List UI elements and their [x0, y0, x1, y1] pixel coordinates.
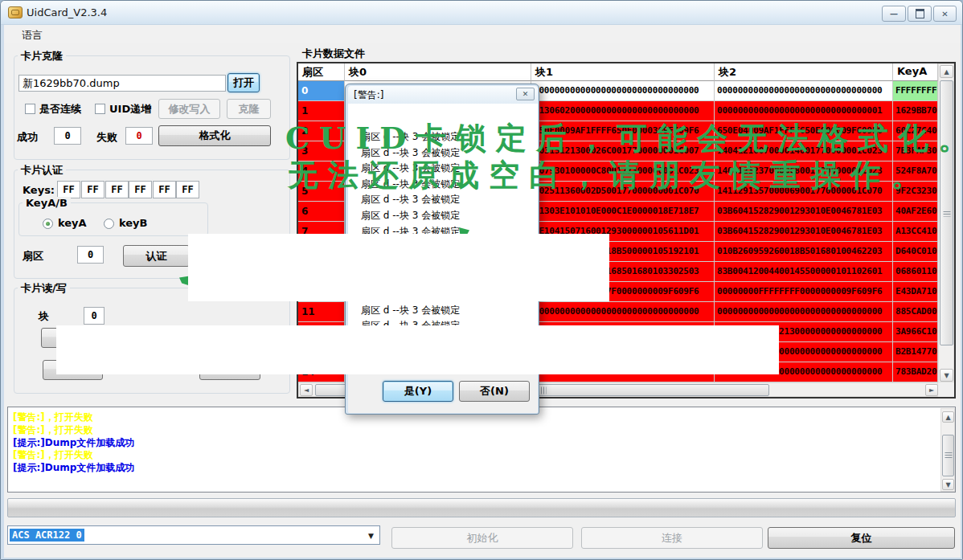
authenticate-button[interactable]: 认证 [123, 245, 190, 267]
log-list: [警告:]，打开失败[警告:]，打开失败[提示:]Dump文件加载成功[警告:]… [8, 407, 955, 475]
clone-button[interactable]: 克隆 [227, 99, 271, 119]
column-header-block1[interactable]: 块1 [531, 63, 715, 81]
uid-increment-checkbox-label: UID递增 [109, 102, 151, 116]
cell-keya[interactable]: 885CAD00 [893, 302, 938, 322]
scroll-left-icon[interactable]: ◄ [300, 384, 313, 396]
scroll-up-icon[interactable]: ▲ [942, 411, 954, 423]
app-chip-icon [8, 6, 23, 18]
continuous-checkbox-label: 是否连续 [39, 102, 81, 116]
close-icon: ✕ [522, 90, 529, 98]
log-vscrollbar[interactable]: ▲ ▼ [940, 408, 955, 492]
cell-sector[interactable]: 6 [298, 202, 345, 222]
cell-block1[interactable]: 00000000000000000000000000000000 [531, 302, 715, 322]
restore-icon [916, 9, 924, 18]
format-button[interactable]: 格式化 [158, 125, 271, 146]
cell-keya[interactable]: 3A966C10 [893, 322, 938, 342]
cell-keya[interactable]: 40AF2E60 [893, 202, 938, 222]
connect-button[interactable]: 连接 [581, 527, 763, 549]
cell-keya[interactable]: A13CC410 [893, 222, 938, 242]
cell-sector[interactable]: 11 [298, 302, 345, 322]
progress-bar [7, 498, 956, 517]
group-card-clone-title: 卡片克隆 [18, 49, 66, 63]
keyb-radio[interactable] [104, 219, 114, 229]
cell-block2[interactable]: 03B604152829001293010E0046781E03 [715, 202, 893, 222]
group-card-rw-title: 卡片读/写 [18, 281, 70, 296]
yes-button[interactable]: 是(Y) [383, 381, 453, 402]
scroll-down-icon[interactable]: ▼ [942, 479, 954, 490]
cell-keya[interactable]: E43DA710 [893, 282, 938, 302]
scroll-up-icon[interactable]: ▲ [940, 65, 953, 78]
dialog-title: [警告:] [348, 86, 538, 104]
cell-block1[interactable]: 00000000000000000000000000000000 [531, 81, 715, 101]
keyb-radio-label: keyB [119, 217, 148, 229]
overlay-warning-line1: CUID卡锁定后，可能会无法格式化。 [285, 118, 963, 159]
keya-radio[interactable] [43, 219, 53, 229]
success-count-field[interactable]: 0 [54, 127, 81, 145]
redaction-overlay-1 [188, 234, 609, 301]
overlay-warning-line2: 无法还原成空白，请朋友慎重操作。 [288, 155, 931, 196]
restore-button[interactable] [908, 6, 932, 22]
key-byte-field[interactable]: FF [129, 181, 152, 198]
minimize-button[interactable]: — [882, 6, 906, 22]
log-vscroll-thumb[interactable] [942, 435, 954, 476]
block-field[interactable]: 0 [84, 307, 104, 325]
table-vscrollbar[interactable]: ▲ ▼ [938, 63, 954, 382]
menu-item-language[interactable]: 语言 [17, 27, 47, 43]
log-panel: [警告:]，打开失败[警告:]，打开失败[提示:]Dump文件加载成功[警告:]… [7, 407, 956, 493]
key-byte-field[interactable]: FF [176, 181, 199, 198]
cell-block2[interactable]: 010B260959260018B501680100462203 [715, 242, 893, 262]
column-header-block0[interactable]: 块0 [345, 63, 531, 81]
key-byte-field[interactable]: FF [81, 181, 104, 198]
cell-block2[interactable]: 00000000FFFFFFFF0000000009F609F6 [715, 282, 893, 302]
column-header-block2[interactable]: 块2 [715, 63, 893, 81]
cell-keya[interactable]: 06860110 [893, 262, 938, 282]
fail-label: 失败 [96, 130, 117, 145]
scroll-down-icon[interactable]: ▼ [940, 369, 953, 382]
cell-keya[interactable]: FFFFFFFF [893, 81, 938, 101]
no-button[interactable]: 否(N) [459, 381, 530, 402]
cell-keya[interactable]: 783BAD20 [893, 362, 938, 382]
key-byte-field[interactable]: FF [105, 181, 129, 198]
column-header-sector[interactable]: 扇区 [298, 63, 345, 81]
reader-select[interactable]: ACS ACR122 0 ▼ [7, 525, 380, 545]
thumb-grip [943, 210, 950, 217]
group-card-auth-title: 卡片认证 [18, 163, 66, 178]
initialize-button[interactable]: 初始化 [391, 527, 573, 549]
block-label: 块 [39, 309, 49, 324]
reset-button[interactable]: 复位 [768, 527, 955, 549]
title-bar [1, 1, 963, 25]
close-button[interactable]: ✕ [933, 6, 957, 22]
column-header-keya[interactable]: KeyA [893, 63, 938, 81]
minimize-icon: — [890, 10, 898, 18]
cell-block2[interactable]: 00000000000000000000000000000000 [715, 302, 893, 322]
keys-label: Keys: [23, 184, 55, 196]
continuous-checkbox[interactable] [25, 104, 35, 114]
key-byte-field[interactable]: FF [57, 181, 80, 198]
thumb-grip [539, 386, 546, 394]
table-header-row: 扇区 块0 块1 块2 KeyA [298, 63, 954, 81]
cell-block1[interactable]: 01303E101010E000C1E0000018E718E7 [531, 202, 715, 222]
scroll-corner [938, 382, 954, 397]
fail-count-field[interactable]: 0 [125, 127, 153, 145]
group-keyab-title: KeyA/B [23, 197, 71, 209]
dump-file-input[interactable]: 新1629bb70.dump [18, 75, 226, 92]
modify-write-button[interactable]: 修改写入 [158, 99, 220, 119]
sector-field[interactable]: 0 [77, 246, 104, 264]
scroll-right-icon[interactable]: ► [925, 384, 938, 396]
close-icon: ✕ [941, 10, 948, 18]
cell-block2[interactable]: 03B604152829001293010E0046781E03 [715, 222, 893, 242]
key-byte-field[interactable]: FF [153, 181, 176, 198]
uid-increment-checkbox[interactable] [95, 104, 105, 114]
cell-sector[interactable]: 0 [298, 81, 345, 101]
data-file-title: 卡片数据文件 [299, 47, 368, 61]
cell-block2[interactable]: 00000000000000000000000000000000 [715, 81, 893, 101]
window-frame-left [1, 25, 4, 560]
cell-keya[interactable]: B2B14770 [893, 342, 938, 362]
cell-keya[interactable]: D640C010 [893, 242, 938, 262]
open-button[interactable]: 打开 [227, 73, 260, 92]
log-entry: [警告:]，打开失败 [8, 449, 955, 462]
redaction-overlay-2 [56, 325, 779, 374]
cell-block2[interactable]: 83B00412004400145500000101102601 [715, 262, 893, 282]
log-entry: [警告:]，打开失败 [8, 424, 955, 437]
dialog-close-button[interactable]: ✕ [516, 88, 535, 100]
